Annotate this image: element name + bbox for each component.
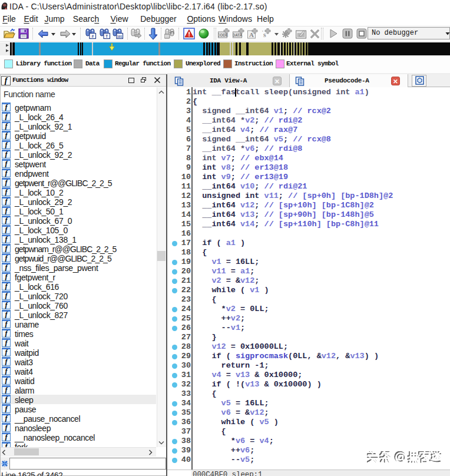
svg-text:T: T <box>105 34 108 38</box>
svg-text:101: 101 <box>117 35 123 38</box>
svg-text:#: # <box>91 34 94 38</box>
